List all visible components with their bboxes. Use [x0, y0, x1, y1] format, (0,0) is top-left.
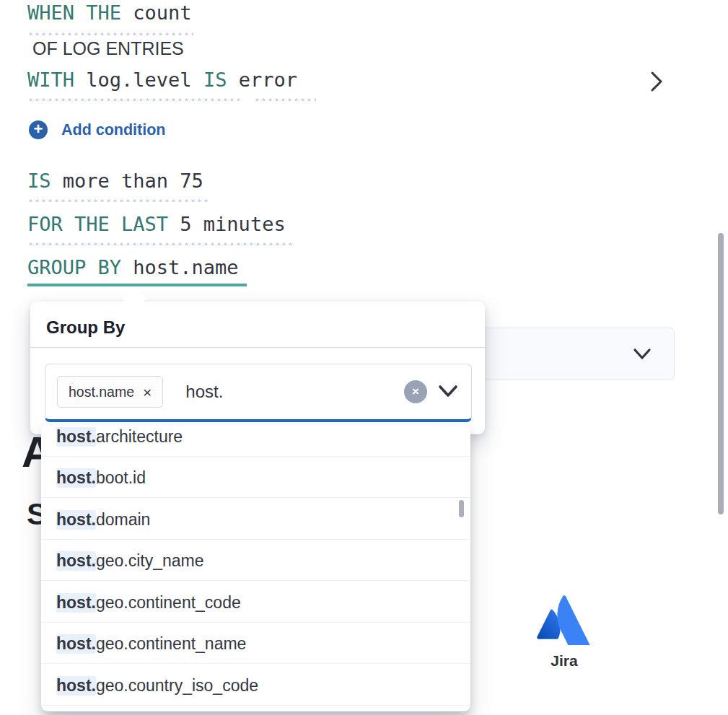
with-field-value: log.level: [86, 69, 191, 91]
popover-title: Group By: [46, 317, 125, 338]
when-expression[interactable]: WHEN THE count: [27, 1, 192, 25]
add-condition-button[interactable]: + Add condition: [29, 120, 166, 139]
suggestion-rest-text: domain: [96, 510, 150, 530]
suggestion-rest-text: geo.continent_code: [96, 593, 241, 613]
combobox-caret-button[interactable]: [437, 383, 460, 400]
suggestion-match-text: host.: [56, 468, 96, 488]
field-suggestion-item[interactable]: host.geo.country_iso_code: [41, 664, 470, 706]
popover-divider: [30, 347, 485, 348]
field-suggestion-list: host.architecturehost.boot.idhost.domain…: [41, 425, 470, 706]
window-expression[interactable]: FOR THE LAST 5 minutes: [27, 213, 286, 236]
window-dotted-underline: [27, 242, 294, 245]
plus-circle-icon: +: [29, 120, 48, 139]
jira-card-label: Jira: [534, 652, 595, 670]
field-suggestion-item[interactable]: host.geo.city_name: [41, 540, 470, 582]
field-suggestion-item[interactable]: host.architecture: [41, 425, 470, 457]
suggestion-rest-text: geo.country_iso_code: [96, 676, 258, 696]
threshold-keyword: IS: [27, 170, 51, 192]
suggestion-rest-text: boot.id: [96, 468, 146, 488]
with-value: error: [239, 69, 297, 91]
window-keyword: FOR THE LAST: [27, 213, 168, 235]
add-condition-label: Add condition: [61, 121, 166, 139]
with-keyword: WITH: [27, 69, 74, 91]
with-operator: IS: [203, 69, 227, 91]
suggestion-match-text: host.: [56, 676, 96, 696]
suggestion-match-text: host.: [56, 593, 96, 613]
suggestion-match-text: host.: [56, 510, 96, 530]
groupby-popover: Group By host.name × host. ×: [30, 302, 485, 434]
field-suggestion-panel: host.architecturehost.boot.idhost.domain…: [41, 425, 470, 711]
groupby-expression[interactable]: GROUP BY host.name: [27, 256, 239, 279]
chevron-down-icon: [437, 383, 460, 400]
of-log-entries-label: OF LOG ENTRIES: [32, 38, 184, 59]
chevron-down-icon: [632, 346, 652, 363]
chevron-right-icon: [646, 69, 667, 94]
suggestion-rest-text: geo.continent_name: [96, 634, 246, 654]
suggestion-match-text: host.: [56, 634, 96, 654]
field-suggestion-item[interactable]: host.geo.continent_name: [41, 623, 470, 664]
expand-condition-button[interactable]: [646, 69, 667, 94]
pill-remove-icon[interactable]: ×: [143, 385, 152, 400]
action-type-jira-card[interactable]: Jira: [534, 590, 595, 670]
threshold-expression[interactable]: IS more than 75: [27, 170, 203, 193]
groupby-value: host.name: [133, 256, 238, 278]
suggestion-rest-text: architecture: [96, 427, 183, 447]
suggestion-scrollbar-thumb[interactable]: [459, 500, 464, 517]
with-value-dotted-underline: [254, 97, 316, 101]
field-suggestion-item[interactable]: host.domain: [41, 498, 470, 540]
jira-icon: [536, 590, 592, 645]
groupby-keyword: GROUP BY: [27, 256, 121, 278]
field-suggestion-item[interactable]: host.boot.id: [41, 457, 470, 499]
groupby-active-underline: [27, 284, 247, 286]
selected-field-pill[interactable]: host.name ×: [57, 376, 163, 408]
combobox-clear-button[interactable]: ×: [404, 380, 427, 403]
page-scrollbar-thumb[interactable]: [718, 233, 724, 514]
combobox-input[interactable]: host.: [185, 382, 404, 402]
with-dotted-underline: [27, 97, 240, 101]
suggestion-rest-text: geo.city_name: [96, 551, 204, 571]
when-keyword: WHEN THE: [27, 1, 121, 24]
groupby-combobox[interactable]: host.name × host. ×: [45, 364, 472, 422]
threshold-dotted-underline: [27, 198, 209, 202]
when-value: count: [133, 1, 191, 24]
suggestion-match-text: host.: [56, 551, 96, 571]
selected-field-pill-label: host.name: [69, 384, 134, 400]
field-suggestion-item[interactable]: host.geo.continent_code: [41, 581, 470, 623]
when-dotted-underline: [27, 32, 193, 35]
with-expression[interactable]: WITH log.level IS error: [27, 69, 297, 92]
window-value: 5 minutes: [180, 213, 285, 235]
suggestion-match-text: host.: [56, 427, 96, 447]
threshold-value: more than 75: [63, 170, 203, 192]
rule-builder-screen: WHEN THE count OF LOG ENTRIES WITH log.l…: [0, 0, 728, 715]
